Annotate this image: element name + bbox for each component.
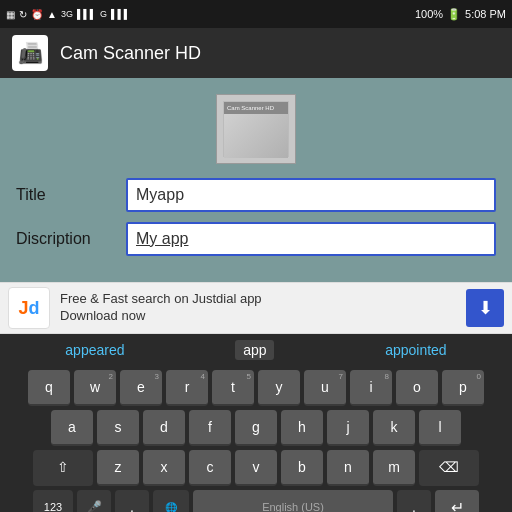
key-a[interactable]: a — [51, 410, 93, 446]
key-q[interactable]: q — [28, 370, 70, 406]
title-label: Title — [16, 186, 116, 204]
wifi-icon: ▲ — [47, 9, 57, 20]
key-s[interactable]: s — [97, 410, 139, 446]
key-w[interactable]: 2w — [74, 370, 116, 406]
signal-bars2: ▌▌▌ — [111, 9, 130, 19]
notification-icon: ▦ — [6, 9, 15, 20]
key-g[interactable]: g — [235, 410, 277, 446]
key-row-1: q 2w 3e 4r 5t y 7u 8i o 0p — [2, 370, 510, 406]
alarm-icon: ⏰ — [31, 9, 43, 20]
network-3g: 3G — [61, 9, 73, 19]
title-bar: 📠 Cam Scanner HD — [0, 28, 512, 78]
jd-logo: Jd — [8, 287, 50, 329]
title-input[interactable] — [126, 178, 496, 212]
battery-percent: 100% — [415, 8, 443, 20]
key-j[interactable]: j — [327, 410, 369, 446]
key-row-2: a s d f g h j k l — [2, 410, 510, 446]
battery-icon: 🔋 — [447, 8, 461, 21]
thumbnail-screen — [224, 114, 288, 158]
key-123[interactable]: 123 — [33, 490, 73, 512]
key-p[interactable]: 0p — [442, 370, 484, 406]
key-shift[interactable]: ⇧ — [33, 450, 93, 486]
ad-text-block: Free & Fast search on Justdial app Downl… — [60, 291, 456, 325]
key-r[interactable]: 4r — [166, 370, 208, 406]
app-icon: 📠 — [12, 35, 48, 71]
autocomplete-bar[interactable]: appeared app appointed — [0, 334, 512, 366]
key-c[interactable]: c — [189, 450, 231, 486]
key-f[interactable]: f — [189, 410, 231, 446]
key-e[interactable]: 3e — [120, 370, 162, 406]
key-m[interactable]: m — [373, 450, 415, 486]
key-delete[interactable]: ⌫ — [419, 450, 479, 486]
autocomplete-app[interactable]: app — [235, 340, 274, 360]
key-n[interactable]: n — [327, 450, 369, 486]
description-row: Discription — [16, 222, 496, 256]
status-right: 100% 🔋 5:08 PM — [415, 8, 506, 21]
key-l[interactable]: l — [419, 410, 461, 446]
jd-j-letter: J — [18, 298, 28, 319]
download-button[interactable]: ⬇ — [466, 289, 504, 327]
key-comma[interactable]: , — [115, 490, 149, 512]
key-row-3: ⇧ z x c v b n m ⌫ — [2, 450, 510, 486]
ad-line1: Free & Fast search on Justdial app — [60, 291, 456, 308]
time-display: 5:08 PM — [465, 8, 506, 20]
key-row-bottom: 123 🎤 , 🌐 English (US) . ↵ — [2, 490, 510, 512]
rotate-icon: ↻ — [19, 9, 27, 20]
keyboard: q 2w 3e 4r 5t y 7u 8i o 0p a s d f g h j… — [0, 366, 512, 512]
autocomplete-appointed[interactable]: appointed — [385, 342, 447, 358]
key-v[interactable]: v — [235, 450, 277, 486]
status-left: ▦ ↻ ⏰ ▲ 3G ▌▌▌ G ▌▌▌ — [6, 9, 130, 20]
key-y[interactable]: y — [258, 370, 300, 406]
jd-d-letter: d — [29, 298, 40, 319]
thumbnail-area: Cam Scanner HD — [16, 94, 496, 164]
network-g: G — [100, 9, 107, 19]
main-content: Cam Scanner HD Title Discription — [0, 78, 512, 282]
status-bar: ▦ ↻ ⏰ ▲ 3G ▌▌▌ G ▌▌▌ 100% 🔋 5:08 PM — [0, 0, 512, 28]
thumbnail-bar: Cam Scanner HD — [224, 102, 288, 114]
key-i[interactable]: 8i — [350, 370, 392, 406]
description-label: Discription — [16, 230, 116, 248]
app-title: Cam Scanner HD — [60, 43, 201, 64]
description-input[interactable] — [126, 222, 496, 256]
key-lang[interactable]: 🌐 — [153, 490, 189, 512]
key-b[interactable]: b — [281, 450, 323, 486]
key-d[interactable]: d — [143, 410, 185, 446]
thumbnail-inner: Cam Scanner HD — [223, 101, 289, 157]
key-k[interactable]: k — [373, 410, 415, 446]
key-h[interactable]: h — [281, 410, 323, 446]
title-row: Title — [16, 178, 496, 212]
key-z[interactable]: z — [97, 450, 139, 486]
key-space[interactable]: English (US) — [193, 490, 393, 512]
key-mic[interactable]: 🎤 — [77, 490, 111, 512]
key-x[interactable]: x — [143, 450, 185, 486]
key-o[interactable]: o — [396, 370, 438, 406]
ad-banner[interactable]: Jd Free & Fast search on Justdial app Do… — [0, 282, 512, 334]
key-enter[interactable]: ↵ — [435, 490, 479, 512]
key-period[interactable]: . — [397, 490, 431, 512]
autocomplete-appeared[interactable]: appeared — [65, 342, 124, 358]
key-t[interactable]: 5t — [212, 370, 254, 406]
scanner-icon: 📠 — [18, 41, 43, 65]
signal-bars: ▌▌▌ — [77, 9, 96, 19]
key-u[interactable]: 7u — [304, 370, 346, 406]
ad-line2: Download now — [60, 308, 456, 325]
document-thumbnail: Cam Scanner HD — [216, 94, 296, 164]
